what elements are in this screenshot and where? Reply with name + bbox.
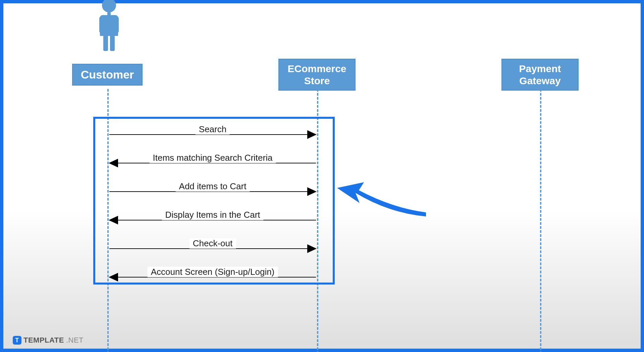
message-search-label: Search (196, 124, 230, 135)
participant-customer: Customer (72, 64, 143, 86)
participant-gateway-label-2: Gateway (519, 75, 561, 87)
message-add-to-cart-label: Add items to Cart (176, 181, 250, 192)
message-checkout-label: Check-out (190, 238, 236, 249)
lifeline-gateway (540, 89, 541, 352)
message-display-cart: Display Items in the Cart (109, 220, 316, 220)
template-net-logo: T TEMPLATE.NET (13, 336, 84, 345)
message-account-screen: Account Screen (Sign-up/Login) (109, 277, 316, 278)
highlight-selection-box (93, 117, 335, 285)
logo-suffix: .NET (66, 336, 84, 345)
customer-actor-icon (97, 0, 121, 52)
message-search-results-label: Items matching Search Criteria (150, 153, 276, 163)
participant-store-label-2: Store (287, 75, 346, 87)
callout-arrow-icon (335, 180, 429, 220)
message-checkout: Check-out (109, 248, 316, 249)
message-search-results: Items matching Search Criteria (109, 163, 316, 163)
logo-name: TEMPLATE (23, 336, 64, 345)
participant-customer-label: Customer (81, 68, 134, 82)
message-search: Search (109, 134, 316, 135)
participant-store: ECommerce Store (278, 59, 356, 91)
message-display-cart-label: Display Items in the Cart (162, 210, 263, 220)
sequence-diagram: Customer ECommerce Store Payment Gateway… (3, 3, 641, 349)
participant-gateway: Payment Gateway (501, 59, 579, 91)
participant-store-label-1: ECommerce (287, 63, 346, 75)
message-add-to-cart: Add items to Cart (109, 191, 316, 192)
logo-badge-icon: T (13, 336, 21, 345)
participant-gateway-label-1: Payment (519, 63, 561, 75)
message-account-screen-label: Account Screen (Sign-up/Login) (148, 267, 278, 277)
